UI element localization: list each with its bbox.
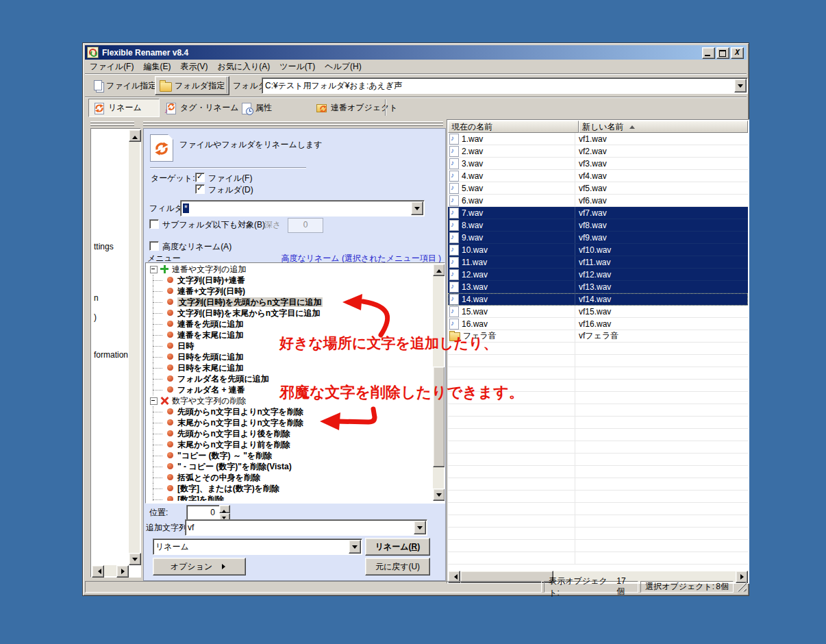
tree-expander-icon[interactable] [150, 266, 158, 273]
column-header-current-name[interactable]: 現在の名前 [448, 121, 579, 133]
scroll-down-button[interactable] [129, 553, 141, 565]
file-row[interactable] [448, 515, 748, 528]
file-row[interactable]: ♪ 2.wav vf2.wav [448, 145, 748, 158]
tree-item-label[interactable]: 連番や文字列の追加 [172, 264, 247, 274]
advanced-rename-checkbox[interactable] [149, 241, 159, 251]
tree-item-label[interactable]: 括弧とその中身を削除 [177, 473, 260, 482]
close-button[interactable]: X [731, 47, 744, 59]
file-checkbox[interactable] [195, 173, 205, 182]
tree-item[interactable]: 先頭からn文字目よりn文字を削除 [147, 406, 431, 417]
filter-dropdown-button[interactable] [411, 201, 423, 215]
tree-item-label[interactable]: [数字]を削除 [177, 495, 224, 501]
file-row[interactable]: ♪ 16.wav vf16.wav [448, 318, 748, 330]
tree-item-label[interactable]: 日時 [177, 341, 194, 351]
scroll-right-button[interactable] [116, 565, 129, 578]
file-row[interactable]: ♪ 11.wav vf11.wav [448, 256, 748, 269]
tab-rename[interactable]: リネーム [88, 99, 160, 117]
rename-button[interactable]: リネーム(R) [365, 538, 430, 556]
folder-checkbox[interactable] [195, 184, 205, 194]
tree-item-label[interactable]: 末尾からn文字目よりn文字を削除 [177, 418, 303, 428]
file-row[interactable] [448, 540, 748, 552]
tree-item[interactable]: 先頭からn文字目より後を削除 [147, 428, 431, 439]
file-row[interactable]: ♪ 7.wav vf7.wav [448, 207, 748, 219]
column-header-new-name[interactable]: 新しい名前 [579, 121, 748, 133]
menu-edit[interactable]: 編集(E) [138, 60, 175, 73]
sidebar-item-fragment[interactable]: ) [94, 312, 97, 322]
tree-item-label[interactable]: 日時を末尾に追加 [177, 363, 244, 373]
append-string-value[interactable]: vf [186, 523, 414, 532]
append-dropdown-button[interactable] [414, 521, 426, 534]
file-row[interactable] [448, 466, 748, 478]
file-row[interactable]: ♪ 3.wav vf3.wav [448, 158, 748, 170]
sidebar-vertical-scrollbar[interactable] [129, 129, 140, 565]
tree-item-label[interactable]: 文字列(日時)+連番 [177, 275, 245, 285]
sidebar-item-fragment[interactable]: formation [94, 350, 128, 360]
spin-up-button[interactable] [219, 505, 230, 513]
sidebar-grabber[interactable] [90, 121, 134, 126]
menu-help[interactable]: ヘルプ(H) [320, 60, 366, 73]
subfolder-checkbox[interactable] [149, 219, 159, 229]
maximize-button[interactable] [716, 47, 729, 59]
action-value[interactable]: リネーム [153, 541, 349, 553]
tree-item-label[interactable]: 文字列(日時)を末尾からn文字目に追加 [177, 308, 320, 318]
tree-item[interactable]: " - コピー (数字)"を削除(Vista) [147, 461, 431, 472]
undo-button[interactable]: 元に戻す(U) [365, 558, 430, 575]
minimize-button[interactable] [702, 47, 715, 59]
file-row[interactable] [448, 367, 748, 380]
file-row[interactable]: ♪ 5.wav vf5.wav [448, 182, 748, 195]
file-row[interactable]: ♪ 4.wav vf4.wav [448, 170, 748, 182]
action-combobox[interactable]: リネーム [153, 538, 362, 555]
file-row[interactable] [448, 552, 748, 565]
tree-item[interactable]: 文字列(日時)を末尾からn文字目に追加 [147, 308, 431, 319]
file-row[interactable]: ♪ 6.wav vf6.wav [448, 195, 748, 207]
file-row[interactable]: ♪ 15.wav vf15.wav [448, 306, 748, 318]
sidebar-item-fragment[interactable]: ttings [94, 242, 114, 251]
tree-item[interactable]: [数字]、または(数字)を削除 [147, 483, 431, 494]
file-row[interactable] [448, 454, 748, 466]
filter-value[interactable]: * [183, 203, 189, 213]
file-row[interactable] [448, 441, 748, 454]
file-row[interactable] [448, 355, 748, 367]
tree-item[interactable]: 連番を先頭に追加 [147, 319, 431, 330]
tree-item-label[interactable]: 数字や文字列の削除 [172, 396, 247, 406]
tree-item-label[interactable]: 文字列(日時)を先頭からn文字目に追加 [177, 297, 323, 307]
scroll-down-button[interactable] [433, 488, 445, 501]
advanced-rename-label[interactable]: 高度なリネーム(A) [162, 241, 231, 253]
file-row[interactable]: ♪ 12.wav vf12.wav [448, 269, 748, 281]
file-checkbox-label[interactable]: ファイル(F) [208, 173, 252, 184]
file-row[interactable] [448, 503, 748, 515]
tree-item[interactable]: 文字列(日時)を先頭からn文字目に追加 [147, 297, 431, 308]
position-field[interactable]: 0 [186, 505, 220, 520]
menu-favorites[interactable]: お気に入り(A) [212, 60, 275, 73]
options-button[interactable]: オプション [153, 558, 246, 575]
tree-item-label[interactable]: 連番+文字列(日時) [177, 286, 245, 296]
file-row[interactable]: ♪ 9.wav vf9.wav [448, 232, 748, 244]
tree-item[interactable]: 連番+文字列(日時) [147, 286, 431, 297]
sidebar-item-fragment[interactable]: n [94, 293, 99, 303]
tree-item[interactable]: 文字列(日時)+連番 [147, 275, 431, 286]
sidebar-horizontal-scrollbar[interactable] [92, 565, 129, 576]
tree-item-label[interactable]: "コピー (数字) ～ "を削除 [177, 451, 272, 460]
file-row[interactable]: ♪ 14.wav vf14.wav [448, 293, 748, 306]
tree-item-label[interactable]: 連番を先頭に追加 [177, 319, 244, 329]
tree-item[interactable]: "コピー (数字) ～ "を削除 [147, 450, 431, 461]
scroll-up-button[interactable] [433, 264, 445, 276]
file-row[interactable] [448, 404, 748, 417]
menu-view[interactable]: 表示(V) [175, 60, 212, 73]
file-row[interactable]: ♪ 1.wav vf1.wav [448, 133, 748, 145]
folder-select-button[interactable]: フォルダ指定 [155, 76, 229, 95]
menu-tools[interactable]: ツール(T) [275, 60, 320, 73]
subfolder-checkbox-label[interactable]: サブフォルダ以下も対象(B) [162, 219, 265, 231]
tab-sequence-object[interactable]: 連番オブジェクト [311, 99, 403, 117]
tree-item-label[interactable]: [数字]、または(数字)を削除 [177, 484, 279, 493]
folder-path-value[interactable]: C:¥テスト用フォルダ¥おま:あえぎ声 [262, 80, 734, 92]
menu-file[interactable]: ファイル(F) [85, 60, 138, 73]
tree-item[interactable]: 日時を末尾に追加 [147, 362, 431, 373]
resize-grip[interactable] [737, 582, 747, 592]
append-string-combobox[interactable]: vf [185, 519, 427, 536]
tab-tag-rename[interactable]: ♪ タグ・リネーム [160, 99, 244, 117]
tree-item-label[interactable]: フォルダ名を先頭に追加 [177, 374, 269, 384]
file-row[interactable]: ♪ 13.wav vf13.wav [448, 281, 748, 293]
tree-item[interactable]: 連番や文字列の追加 [147, 264, 431, 275]
tree-item-label[interactable]: 日時を先頭に追加 [177, 352, 244, 362]
